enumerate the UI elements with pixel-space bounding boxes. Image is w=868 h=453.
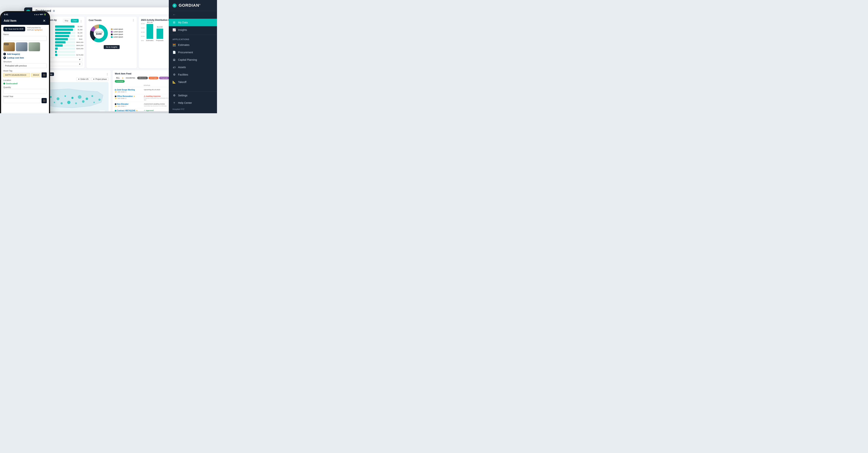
cost-trends-menu[interactable]: ⋮ (132, 19, 135, 22)
lookup-cost-item-link[interactable]: 🔍 Lookup cost item (3, 56, 47, 59)
structure-input[interactable] (3, 63, 47, 68)
feed-item-status-col: Upcoming 05.19.2023 (144, 89, 172, 91)
ocr-note: Field populated by OCR are highlighted. (27, 27, 43, 31)
asset-scan-button[interactable]: ⬛ (41, 73, 47, 78)
sidebar-item-procurement[interactable]: 📄 Procurement (169, 49, 217, 56)
bar-track (55, 25, 75, 28)
svg-point-17 (86, 97, 88, 100)
sidebar-item-facilities[interactable]: ⚙ Facilities (169, 71, 217, 78)
applications-label: APPLICATIONS (169, 36, 217, 41)
dashboard-settings-icon[interactable]: ⚙ (53, 9, 55, 12)
donut-chart: Label for total $34M (89, 23, 109, 44)
indicator-dark (115, 104, 116, 105)
scan-icon: 📷 (5, 28, 7, 30)
favorites-star[interactable]: ★ (122, 77, 124, 79)
svg-text:Label for total: Label for total (95, 31, 103, 33)
modal-close-button[interactable]: ✕ (42, 19, 46, 23)
wifi-icon: WiFi (40, 13, 43, 16)
scan-ocr-button[interactable]: 📷 Scan text for OCR (3, 27, 25, 31)
folder-icon: 📁 (115, 97, 117, 99)
sidebar-item-assets[interactable]: 🏷 Assets (169, 63, 217, 71)
bar-track (55, 48, 75, 50)
right-sidebar: G GORDIAN® ← ⊞ My Data 📈 Insights APPLIC… (169, 0, 217, 113)
mobile-phone: 9:41 ▲▲▲ WiFi 🔋 Add Item ✕ 📷 Scan text f… (0, 11, 50, 113)
feed-item-sub: 📁 Job Order Y (115, 105, 143, 107)
svg-text:G: G (174, 5, 176, 7)
bar-value: $600,000 (76, 45, 82, 47)
feed-item-name[interactable]: New Elevator (115, 103, 143, 105)
install-year-input[interactable] (3, 98, 40, 103)
feed-tab-proposals[interactable]: Proposals (159, 77, 169, 79)
ocr-highlight: highlighted. (34, 29, 43, 31)
svg-rect-27 (99, 110, 105, 111)
feed-tab-fav[interactable]: FAVORITES (124, 77, 136, 79)
asset-tag-secondary: 355419 (31, 73, 40, 77)
name-input[interactable] (3, 36, 47, 41)
add-item-modal: Add Item ✕ 📷 Scan text for OCR Field pop… (1, 17, 49, 113)
location-label: Location (3, 79, 47, 81)
img-thumb-1: OCR (3, 42, 15, 51)
facilities-icon: ⚙ (173, 73, 176, 76)
ocr-label: OCR (4, 43, 8, 45)
bar-track (55, 51, 75, 53)
sidebar-item-insights[interactable]: 📈 Insights (169, 26, 217, 34)
feed-tab-all[interactable]: ALL (115, 77, 121, 79)
ruler-icon: 📐 (173, 80, 176, 84)
add-images-link[interactable]: + Add Image(s) (3, 53, 47, 55)
map-card-menu[interactable]: ⋮ (106, 73, 108, 76)
gordian-logo: G GORDIAN® (173, 3, 201, 8)
structure-label: Structure (3, 60, 47, 63)
filter-project-phase[interactable]: ▼ Project phase (91, 78, 108, 81)
svg-point-14 (65, 95, 66, 97)
svg-point-12 (50, 96, 52, 98)
go-insights-button[interactable]: Go to Insights (104, 45, 120, 49)
feed-tab-milestones[interactable]: Milestones (137, 77, 148, 79)
feed-item-name[interactable]: Joint Scope Meeting (115, 89, 143, 91)
star-icon: ★ (136, 110, 137, 111)
indicator-dark (115, 95, 116, 97)
contractors-menu[interactable]: ⋮ (80, 20, 82, 23)
donut-container: Label for total $34M Lorem Ipsum Lorem I… (89, 23, 135, 44)
svg-point-19 (54, 102, 55, 103)
feed-tab-estimates[interactable]: Estimates (149, 77, 159, 79)
bar-track (55, 54, 75, 56)
feed-item-name[interactable]: Office Renovation★ (115, 95, 143, 97)
bar-value: $1.4M (76, 29, 82, 31)
svg-point-13 (57, 97, 60, 100)
bar-value: $200,000 (76, 48, 82, 50)
building-icon: 🏛 (173, 58, 176, 61)
feed-item-status: ✓ Approved (144, 110, 172, 111)
star-icon: ★ (133, 95, 135, 97)
feed-item-note: Proposal Submitted by contractor 45 days… (144, 97, 172, 101)
signal-icon: ▲▲▲ (34, 13, 39, 16)
tab-map[interactable]: Map (63, 19, 70, 23)
back-button[interactable]: ← (169, 11, 217, 19)
qr-icon-2: ⬛ (43, 99, 45, 102)
sidebar-footer: Hospital XYZ (169, 107, 217, 112)
activity-bars: $21.1M Estimates $14.6M Proposals (146, 23, 164, 41)
bar-track (55, 45, 75, 47)
feed-item-status-col: ⚠ Awaiting response Proposal Submitted b… (144, 95, 172, 101)
sidebar-item-settings[interactable]: ⚙ Settings (169, 92, 217, 99)
sidebar-item-takeoff[interactable]: 📐 Takeoff (169, 78, 217, 86)
feed-item-name[interactable]: Contract #857412345★ (115, 110, 143, 111)
sidebar-item-capital-planning[interactable]: 🏛 Capital Planning (169, 56, 217, 63)
svg-point-16 (78, 95, 82, 99)
feed-tab-contracts[interactable]: Contracts (115, 80, 125, 83)
sidebar-item-my-data[interactable]: ⊞ My Data (169, 19, 217, 26)
quantity-input[interactable] (3, 89, 47, 94)
modal-body: 📷 Scan text for OCR Field populated by O… (1, 25, 49, 113)
bar-track (55, 41, 75, 44)
svg-point-26 (98, 98, 101, 101)
feed-item-info: New Elevator 📁 Job Order Y (115, 103, 143, 107)
indicator-teal (115, 110, 116, 111)
sidebar-item-estimates[interactable]: 🧮 Estimates (169, 41, 217, 49)
tab-chart[interactable]: Chart (71, 19, 79, 23)
install-year-scan-button[interactable]: ⬛ (41, 98, 47, 103)
filter-entire-us[interactable]: ▼ Entire US (76, 78, 90, 81)
asset-tag-row: KMTPC181A62BJ355419 355419 ⬛ (3, 73, 47, 78)
legend-item-2: Lorem Ipsum (111, 31, 123, 33)
sidebar-item-help[interactable]: ? Help Center (169, 99, 217, 107)
bar-value: $175,000 (76, 54, 82, 56)
img-thumb-2 (16, 42, 27, 51)
